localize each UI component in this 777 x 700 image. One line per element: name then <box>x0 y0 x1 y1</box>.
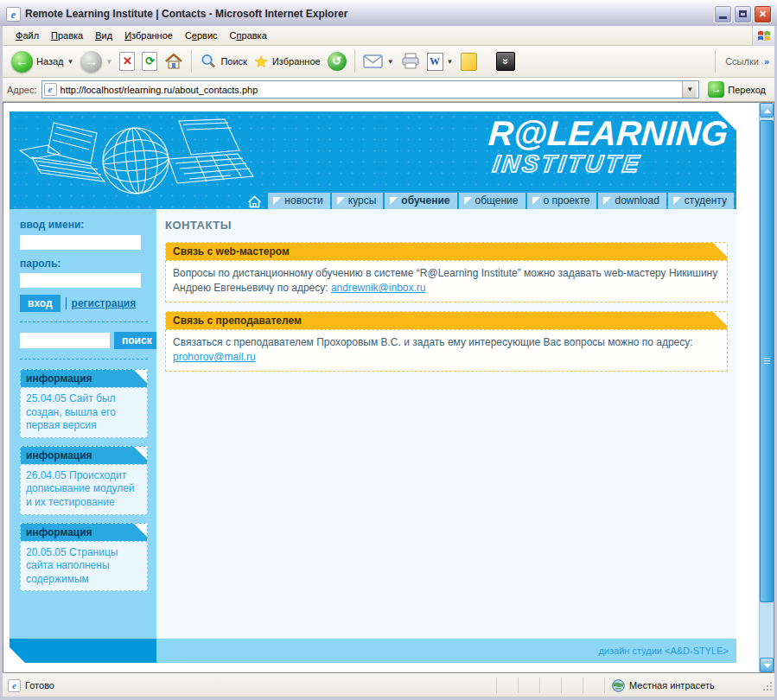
refresh-button[interactable]: ⟳ <box>138 50 161 73</box>
title-bar: e Remote Learning Institute | Contacts -… <box>0 0 777 26</box>
mail-dropdown-icon[interactable]: ▼ <box>387 58 394 66</box>
back-icon: ← <box>11 51 33 73</box>
arrow-up-icon <box>764 109 771 113</box>
tab-flag-icon <box>273 197 281 205</box>
favorites-button[interactable]: ★ Избранное <box>251 50 324 73</box>
mail-icon <box>363 54 384 69</box>
sidebar-divider <box>20 359 148 360</box>
corner-triangle <box>713 312 727 326</box>
history-button[interactable]: ↺ <box>324 50 350 73</box>
nav-home-button[interactable] <box>245 194 263 209</box>
stop-button[interactable]: ✕ <box>116 50 138 73</box>
register-link[interactable]: регистрация <box>66 297 137 309</box>
links-zone: Ссылки » <box>710 50 769 73</box>
tab-about-project[interactable]: о проекте <box>527 193 597 209</box>
page-icon: e <box>8 679 21 692</box>
favorites-label: Избранное <box>272 56 321 67</box>
section-header: Связь с преподавателем <box>165 311 728 329</box>
home-button[interactable] <box>161 50 187 73</box>
security-zone-pane: Местная интрасеть <box>604 678 773 693</box>
menu-item-file[interactable]: Файл <box>10 28 45 43</box>
window-bottom-border <box>0 697 777 700</box>
address-bar: Адрес: e ▼ → Переход <box>3 78 774 102</box>
info-block: информация 25.04.05 Сайт был создан, выш… <box>20 369 148 438</box>
tab-education[interactable]: обучение <box>385 193 456 209</box>
info-block-text: 20.05.05 Страницы сайта наполнены содерж… <box>20 541 148 592</box>
scroll-down-button[interactable] <box>760 658 774 672</box>
footer-credit-strip: дизайн студии <A&D-STYLE> <box>156 639 736 663</box>
webmaster-email-link[interactable]: andrewnik@inbox.ru <box>331 282 426 294</box>
forward-dropdown-icon: ▼ <box>105 58 112 66</box>
menu-item-tools[interactable]: Сервис <box>179 28 224 43</box>
vertical-scrollbar[interactable] <box>759 103 774 672</box>
address-label: Адрес: <box>7 85 37 95</box>
go-label: Переход <box>728 85 766 95</box>
address-input-wrap: e ▼ <box>41 80 700 99</box>
info-block-header: информация <box>20 369 148 387</box>
close-button[interactable]: ✕ <box>754 5 772 23</box>
password-input[interactable] <box>20 273 141 288</box>
login-input[interactable] <box>20 235 141 250</box>
back-button[interactable]: ← Назад ▼ <box>8 49 77 74</box>
resize-grip[interactable] <box>761 680 773 691</box>
status-bar: e Готово Местная интрасеть <box>3 673 774 697</box>
corner-triangle <box>10 647 25 663</box>
page-title: КОНТАКТЫ <box>165 219 728 232</box>
links-chevron-icon[interactable]: » <box>764 56 769 67</box>
info-block: информация 26.04.05 Происходит дописыван… <box>20 446 148 515</box>
maximize-button[interactable] <box>734 5 752 23</box>
sidebar-search-button[interactable]: поиск <box>114 332 160 349</box>
mail-button[interactable]: ▼ <box>360 52 398 71</box>
go-button[interactable]: → Переход <box>704 80 770 99</box>
login-button[interactable]: вход <box>20 295 61 312</box>
tab-courses[interactable]: курсы <box>332 193 384 209</box>
header-corner-triangle <box>717 111 736 130</box>
page-icon: e <box>44 83 57 96</box>
address-dropdown-icon[interactable]: ▼ <box>682 81 697 98</box>
menu-item-favorites[interactable]: Избранное <box>118 28 179 43</box>
teacher-email-link[interactable]: prohorov@mail.ru <box>173 351 256 363</box>
menu-item-help[interactable]: Справка <box>224 28 273 43</box>
status-left-pane: e Готово <box>4 679 496 692</box>
corner-triangle <box>134 370 147 383</box>
tab-download[interactable]: download <box>598 193 666 209</box>
info-block-header: информация <box>20 446 148 464</box>
download-manager-button[interactable]: » <box>493 50 519 73</box>
tab-student[interactable]: студенту <box>668 193 734 209</box>
main-nav: новости курсы обучение общение о проекте… <box>10 193 734 209</box>
address-input[interactable] <box>61 85 683 95</box>
section-body: Связаться с преподавателем Прохоровым В.… <box>165 329 728 372</box>
page-footer: дизайн студии <A&D-STYLE> <box>10 639 736 663</box>
menu-item-view[interactable]: Вид <box>89 28 118 43</box>
main-content: КОНТАКТЫ Связь с web-мастером Вопросы по… <box>156 209 736 639</box>
menu-item-edit[interactable]: Правка <box>45 28 89 43</box>
print-button[interactable] <box>398 51 424 72</box>
section-header: Связь с web-мастером <box>165 242 728 260</box>
messenger-note-button[interactable] <box>457 51 481 73</box>
back-dropdown-icon[interactable]: ▼ <box>67 58 74 66</box>
edit-word-button[interactable]: W ▼ <box>424 51 457 73</box>
forward-button[interactable]: → ▼ <box>77 49 116 74</box>
refresh-icon: ⟳ <box>142 52 157 71</box>
edit-dropdown-icon[interactable]: ▼ <box>447 58 454 66</box>
toolbar-separator <box>354 50 355 73</box>
password-label: пароль: <box>20 258 150 270</box>
search-button[interactable]: Поиск <box>196 51 250 72</box>
info-block: информация 20.05.05 Страницы сайта напол… <box>20 523 148 592</box>
contact-section-webmaster: Связь с web-мастером Вопросы по дистанци… <box>165 242 728 302</box>
login-label: ввод имени: <box>20 219 150 231</box>
logo-line2: INSTITUTE <box>354 152 643 176</box>
scroll-up-button[interactable] <box>760 103 774 118</box>
tab-news[interactable]: новости <box>268 193 329 209</box>
info-block-text: 25.04.05 Сайт был создан, вышла его перв… <box>20 387 148 438</box>
corner-triangle <box>134 447 147 460</box>
search-icon <box>200 53 217 70</box>
sidebar-search-input[interactable] <box>20 333 110 348</box>
scrollbar-thumb[interactable] <box>760 120 774 602</box>
tab-communication[interactable]: общение <box>459 193 525 209</box>
minimize-button[interactable] <box>714 5 732 23</box>
browser-window: e Remote Learning Institute | Contacts -… <box>0 0 777 700</box>
tab-flag-icon <box>603 197 611 205</box>
forward-icon: → <box>80 51 102 73</box>
zone-text: Местная интрасеть <box>629 680 715 690</box>
